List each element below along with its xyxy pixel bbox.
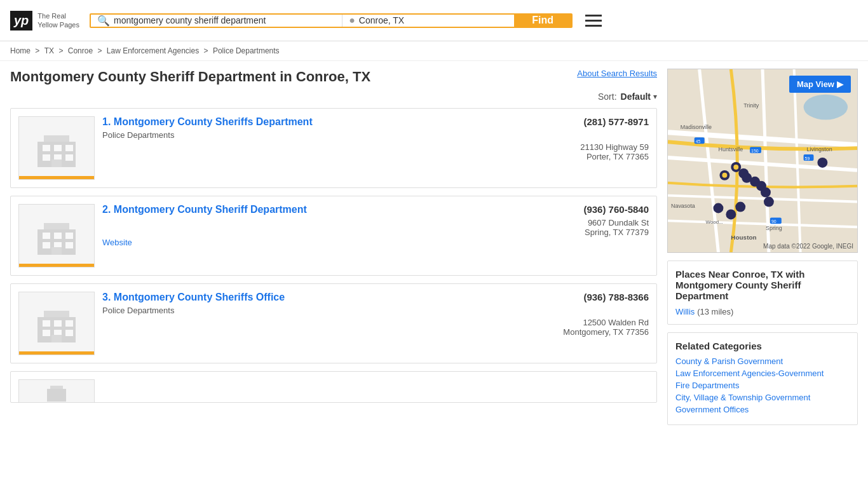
result-card-2: 2. Montgomery County Sheriff Department … xyxy=(10,196,657,276)
result-name-2[interactable]: 2. Montgomery County Sheriff Department xyxy=(102,204,307,215)
result-phone-2: (936) 760-5840 xyxy=(583,204,649,215)
svg-point-67 xyxy=(817,158,827,168)
map-credit: Map data ©2022 Google, INEGI xyxy=(763,243,853,250)
svg-text:Houston: Houston xyxy=(731,234,756,241)
svg-point-64 xyxy=(714,203,724,214)
search-icon: 🔍 xyxy=(97,15,110,27)
related-link-2[interactable]: Fire Departments xyxy=(675,381,850,390)
svg-rect-23 xyxy=(43,330,50,336)
search-what-input[interactable] xyxy=(114,15,336,25)
nearby-box: Places Near Conroe, TX with Montgomery C… xyxy=(667,261,858,325)
svg-rect-14 xyxy=(43,242,50,248)
yp-logo-text: yp xyxy=(14,13,29,27)
result-number-2: 2. xyxy=(102,204,111,215)
result-name-text-3: Montgomery County Sheriffs Office xyxy=(114,292,285,302)
card-title-row-1: 1. Montgomery County Sheriffs Department… xyxy=(102,116,649,128)
nearby-place-link[interactable]: Willis xyxy=(675,307,695,316)
svg-text:59: 59 xyxy=(805,156,810,161)
related-link-4[interactable]: Government Offices xyxy=(675,405,850,414)
map-view-label: Map View xyxy=(797,79,834,89)
breadcrumb-home[interactable]: Home xyxy=(10,46,31,55)
result-number-1: 1. xyxy=(102,116,111,127)
svg-rect-26 xyxy=(51,335,62,342)
location-icon: ● xyxy=(349,15,355,26)
svg-text:Spring: Spring xyxy=(766,225,782,231)
hamburger-menu[interactable] xyxy=(585,15,602,27)
breadcrumb-tx[interactable]: TX xyxy=(44,46,54,55)
result-address-line1-1: 21130 Highway 59 xyxy=(102,142,649,152)
result-thumbnail-3 xyxy=(18,292,95,355)
search-where-container: ● xyxy=(342,15,514,27)
svg-text:Huntsville: Huntsville xyxy=(718,146,743,152)
breadcrumb-police[interactable]: Police Departments xyxy=(213,46,280,55)
breadcrumb-conroe[interactable]: Conroe xyxy=(68,46,93,55)
svg-rect-16 xyxy=(65,242,73,248)
nearby-distance: (13 miles) xyxy=(697,307,733,316)
result-card-3: 3. Montgomery County Sheriffs Office (93… xyxy=(10,283,657,363)
svg-rect-20 xyxy=(43,320,50,327)
search-where-input[interactable] xyxy=(359,15,508,25)
result-number-3: 3. xyxy=(102,292,111,302)
svg-text:150: 150 xyxy=(751,149,759,153)
result-category-1: Police Departments xyxy=(102,130,649,140)
header: yp The Real Yellow Pages 🔍 ● Find xyxy=(0,0,868,41)
page-heading-row: Montgomery County Sheriff Department in … xyxy=(10,69,657,85)
svg-rect-28 xyxy=(50,386,63,389)
svg-rect-25 xyxy=(65,330,73,336)
svg-point-57 xyxy=(733,165,738,170)
svg-point-63 xyxy=(764,197,774,207)
sort-label: Sort: xyxy=(598,92,617,102)
sidebar-column: Madisonville Trinity Huntsville Livingst… xyxy=(667,69,858,425)
result-phone-3: (936) 788-8366 xyxy=(583,292,649,302)
svg-rect-21 xyxy=(54,320,62,327)
svg-text:Livingston: Livingston xyxy=(807,146,832,152)
result-thumbnail-4 xyxy=(18,379,95,403)
result-name-text-1: Montgomery County Sheriffs Department xyxy=(114,116,313,127)
related-box: Related Categories County & Parish Gover… xyxy=(667,332,858,425)
sort-chevron-icon: ▾ xyxy=(653,92,657,101)
svg-rect-4 xyxy=(65,145,73,151)
sort-bar: Sort: Default ▾ xyxy=(10,92,657,102)
breadcrumb-sep-3: > xyxy=(97,46,104,55)
result-name-1[interactable]: 1. Montgomery County Sheriffs Department xyxy=(102,116,313,128)
related-link-1[interactable]: Law Enforcement Agencies-Government xyxy=(675,369,850,378)
yellow-bar-3 xyxy=(19,351,94,355)
svg-point-55 xyxy=(722,173,727,178)
result-address-2: 9607 Dundalk St Spring, TX 77379 xyxy=(102,218,649,237)
breadcrumb-sep-2: > xyxy=(58,46,65,55)
svg-rect-5 xyxy=(43,154,50,161)
related-link-3[interactable]: City, Village & Township Government xyxy=(675,393,850,402)
svg-point-66 xyxy=(735,202,745,212)
card-title-row-2: 2. Montgomery County Sheriff Department … xyxy=(102,204,649,215)
main-container: Montgomery County Sheriff Department in … xyxy=(0,61,868,433)
find-button[interactable]: Find xyxy=(514,15,571,27)
svg-rect-11 xyxy=(43,233,50,239)
hamburger-line-3 xyxy=(585,25,602,27)
related-link-0[interactable]: County & Parish Government xyxy=(675,356,850,366)
svg-text:Madisonville: Madisonville xyxy=(681,124,712,130)
result-thumbnail-1 xyxy=(18,116,95,180)
svg-text:Trinity: Trinity xyxy=(743,102,759,109)
map-view-button[interactable]: Map View ▶ xyxy=(789,76,851,93)
search-what-container: 🔍 xyxy=(91,15,342,27)
search-bar: 🔍 ● Find xyxy=(90,13,573,28)
sort-value[interactable]: Default xyxy=(621,92,651,102)
result-address-1: 21130 Highway 59 Porter, TX 77365 xyxy=(102,142,649,161)
svg-rect-8 xyxy=(51,159,62,167)
svg-rect-1 xyxy=(44,135,69,142)
svg-rect-2 xyxy=(43,145,50,151)
svg-rect-17 xyxy=(51,247,62,255)
result-address-line2-3: Montgomery, TX 77356 xyxy=(102,327,649,337)
result-name-3[interactable]: 3. Montgomery County Sheriffs Office xyxy=(102,292,285,303)
result-website-2[interactable]: Website xyxy=(102,238,132,247)
result-address-line2-1: Porter, TX 77365 xyxy=(102,152,649,161)
building-icon-4 xyxy=(37,379,76,403)
breadcrumb-sep-4: > xyxy=(204,46,210,55)
building-icon-3 xyxy=(31,298,82,349)
about-results-link[interactable]: About Search Results xyxy=(577,69,657,78)
result-name-text-2: Montgomery County Sheriff Department xyxy=(114,204,307,215)
breadcrumb-law-enforcement[interactable]: Law Enforcement Agencies xyxy=(107,46,199,55)
svg-text:Navasota: Navasota xyxy=(671,203,695,210)
breadcrumb: Home > TX > Conroe > Law Enforcement Age… xyxy=(0,41,868,61)
svg-rect-3 xyxy=(54,145,62,151)
